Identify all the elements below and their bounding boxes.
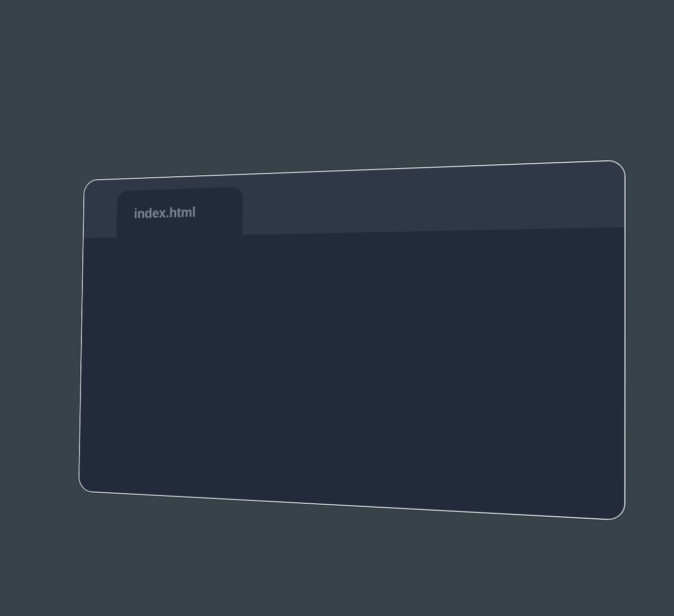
code-editor-window: index.html [78, 159, 626, 521]
file-tab-label: index.html [134, 204, 195, 221]
editor-body [79, 227, 624, 520]
editor-titlebar: index.html [84, 161, 625, 238]
file-tab[interactable]: index.html [117, 187, 243, 237]
scene-wrapper: index.html [0, 0, 674, 616]
